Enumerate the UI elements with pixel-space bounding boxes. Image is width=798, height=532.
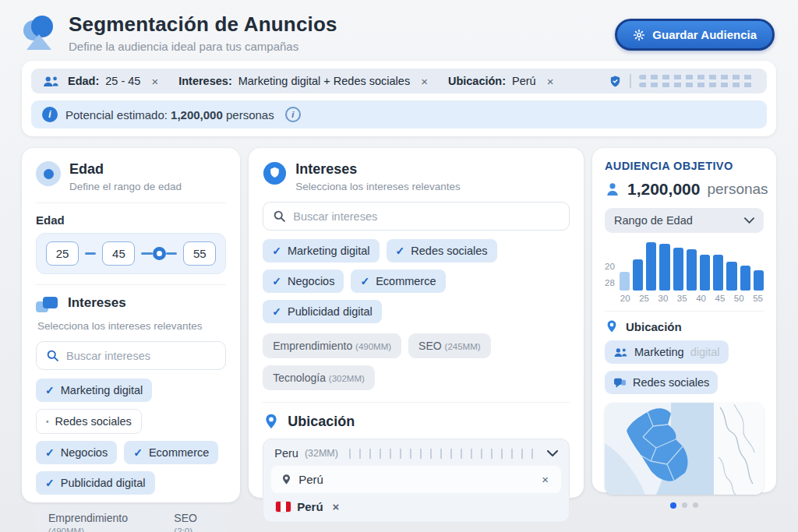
panel-chip-redes-sociales[interactable]: Redes sociales [605, 371, 718, 394]
suggestion-tecnologia[interactable]: Tecnología (302MM) [263, 365, 375, 390]
location-title: Ubicación [288, 414, 355, 430]
chevron-down-icon [744, 217, 754, 224]
header: Segmentación de Anuncios Define la audie… [22, 9, 776, 61]
interest-chip-ecommerce[interactable]: ✓Ecommerce [351, 270, 445, 293]
save-audience-button[interactable]: Guardar Audiencia [615, 19, 775, 51]
interests-search-input-mid[interactable] [293, 210, 560, 223]
interests-card-subtitle: Selecciona los intereses relevantes [295, 181, 461, 192]
check-icon: ✓ [45, 477, 55, 489]
info-tooltip-icon[interactable]: i [285, 107, 301, 122]
left-interests-title: Intereses [68, 295, 126, 311]
chevron-down-icon [547, 450, 558, 456]
left-interests-subtitle: Selecciona los intereses relevantes [37, 320, 226, 332]
peru-map[interactable] [605, 403, 764, 495]
check-icon: ✓ [45, 384, 55, 396]
age-card-title: Edad [69, 161, 182, 178]
age-histogram-xticks: 2025303540455055 [620, 294, 764, 303]
interest-chip-ecommerce[interactable]: ✓Ecommerce [124, 441, 218, 464]
check-icon: ✓ [272, 275, 281, 287]
suggestion-emprendimiento[interactable]: Emprendimiento (490MM) [263, 333, 401, 358]
dot-icon: • [46, 417, 49, 426]
age-histogram: 20 28 2025303540455055 [605, 242, 764, 303]
suggestion-seo[interactable]: SEO (245MM) [408, 333, 490, 358]
location-tag-peru[interactable]: Perú × [271, 493, 561, 516]
age-range-slider[interactable]: 25 45 55 [36, 233, 226, 274]
age-radio-icon [36, 161, 61, 186]
location-selected-row[interactable]: Perú × [271, 466, 561, 493]
audience-panel-title: AUDIENCIA OBJETIVO [605, 160, 764, 172]
chat-icon [613, 377, 627, 389]
interests-bubbles-icon [36, 297, 59, 315]
check-icon: ✓ [396, 245, 405, 257]
filter-chip-age[interactable]: Edad:25 - 45 [68, 75, 140, 87]
interests-search-mid[interactable] [263, 202, 570, 231]
check-icon: ✓ [133, 446, 143, 459]
interest-chip-redes-sociales[interactable]: ✓Redes sociales [387, 239, 497, 262]
divider [630, 74, 631, 88]
page-title: Segmentación de Anuncios [69, 12, 337, 37]
interest-chip-redes-sociales[interactable]: •Redes sociales [36, 409, 142, 434]
age-min-value[interactable]: 25 [46, 241, 79, 266]
dots-pattern-decor [639, 75, 756, 87]
audience-panel: AUDIENCIA OBJETIVO 1,200,000 personas Ra… [592, 148, 776, 492]
person-icon [605, 181, 620, 197]
active-filters-bar: Edad:25 - 45 × Intereses:Marketing digit… [31, 69, 767, 93]
interests-card-title: Intereses [295, 161, 461, 178]
remove-location-filter-icon[interactable]: × [544, 75, 557, 88]
page-subtitle: Define la audiencia ideal para tus campa… [69, 40, 337, 53]
check-icon: ✓ [272, 305, 281, 318]
age-card: Edad Define el rango de edad Edad 25 45 … [22, 148, 240, 502]
check-icon: ✓ [45, 446, 55, 459]
people-icon [613, 347, 628, 358]
map-carousel-dots[interactable] [605, 502, 764, 509]
audience-unit: personas [707, 181, 768, 198]
check-icon: ✓ [360, 275, 369, 287]
location-dropdown[interactable]: Peru (32MM) [271, 446, 561, 466]
search-icon [46, 349, 59, 362]
age-card-subtitle: Define el rango de edad [69, 181, 182, 192]
interests-search-input-left[interactable] [66, 350, 216, 362]
interest-chip-marketing-digital[interactable]: ✓Marketing digital [263, 239, 379, 262]
interests-search-left[interactable] [36, 341, 226, 370]
estimated-potential-bar: i Potencial estimado: 1,200,000 personas… [31, 100, 767, 129]
peru-flag-icon [276, 502, 291, 512]
location-selector: Peru (32MM) Perú × Perú [263, 439, 570, 523]
filter-chip-location[interactable]: Ubicación:Perú [448, 75, 536, 87]
remove-tag-icon[interactable]: × [330, 500, 343, 513]
search-icon [273, 210, 286, 223]
filter-summary-card: Edad:25 - 45 × Intereses:Marketing digit… [22, 61, 776, 136]
shield-icon [609, 75, 622, 88]
check-icon: ✓ [272, 245, 281, 257]
age-histogram-yticks: 20 28 [605, 242, 615, 303]
age-histogram-bars [620, 242, 764, 291]
remove-age-filter-icon[interactable]: × [148, 75, 161, 88]
interests-shield-icon [263, 161, 287, 185]
pin-icon [281, 474, 292, 485]
panel-chip-marketing-digital[interactable]: Marketing digital [605, 340, 729, 364]
interest-chip-marketing-digital[interactable]: ✓Marketing digital [36, 379, 152, 402]
interests-card: Intereses Selecciona los intereses relev… [249, 148, 584, 498]
remove-location-icon[interactable]: × [538, 473, 552, 486]
remove-interests-filter-icon[interactable]: × [418, 75, 431, 88]
interest-chip-negocios[interactable]: ✓Negocios [263, 270, 344, 293]
filter-chip-interests[interactable]: Intereses:Marketing digital + Redes soci… [178, 75, 410, 87]
gear-icon [633, 29, 645, 41]
interest-suggestions-pill[interactable]: Emprendimiento (490MM) SEO (2:0) [36, 505, 226, 532]
panel-location-title: Ubicación [626, 320, 682, 333]
save-audience-label: Guardar Audiencia [652, 28, 757, 41]
app-logo-icon [23, 14, 59, 50]
interest-chip-publicidad-digital[interactable]: ✓Publicidad digital [36, 471, 155, 495]
interest-chip-publicidad-digital[interactable]: ✓Publicidad digital [263, 300, 382, 323]
age-range-dropdown[interactable]: Rango de Edad [605, 208, 764, 233]
slider-handle[interactable] [153, 247, 166, 260]
info-icon: i [42, 107, 58, 122]
audience-count: 1,200,000 [627, 180, 700, 199]
ad-segmentation-app: Segmentación de Anuncios Define la audie… [0, 0, 798, 532]
interest-chip-negocios[interactable]: ✓Negocios [36, 441, 117, 464]
location-pin-icon [263, 413, 280, 430]
age-mid-value[interactable]: 45 [102, 241, 135, 266]
potential-text: Potencial estimado: 1,200,000 personas [65, 108, 274, 122]
age-max-value[interactable]: 55 [183, 241, 216, 266]
location-pin-icon [605, 319, 619, 333]
potential-value: 1,200,000 [171, 108, 223, 122]
